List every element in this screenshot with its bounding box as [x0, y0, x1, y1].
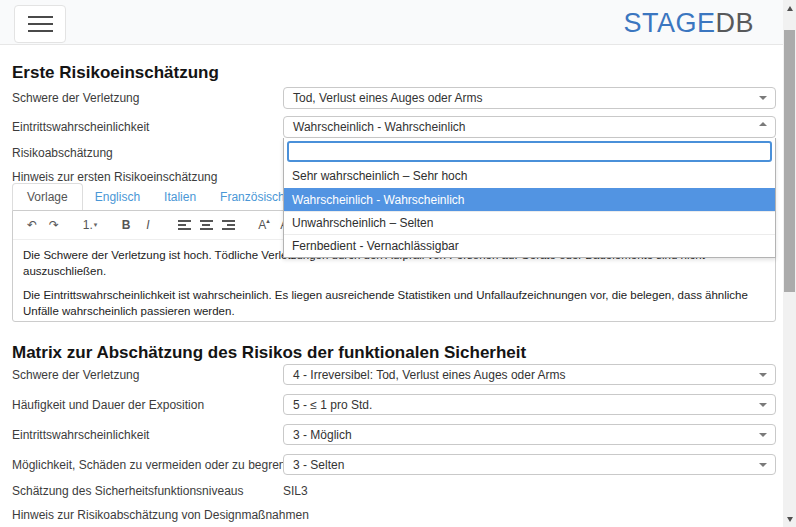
s2-severity-label: Schwere der Verletzung	[12, 368, 139, 382]
section2-note-label: Hinweis zur Risikoabschätzung von Design…	[12, 508, 309, 522]
probability-select-open[interactable]: Wahrscheinlich - Wahrscheinlich	[283, 116, 776, 138]
section1-title: Erste Risikoeinschätzung	[12, 63, 219, 83]
format-number-icon: 1.	[83, 218, 93, 232]
s2-exposure-value: 5 - ≤ 1 pro Std.	[293, 398, 372, 412]
font-size-increase-icon[interactable]: A▴	[253, 214, 275, 236]
s2-avoidance-select[interactable]: 3 - Selten	[283, 454, 776, 475]
s2-avoidance-value: 3 - Selten	[293, 458, 344, 472]
probability-select-value: Wahrscheinlich - Wahrscheinlich	[293, 120, 466, 134]
chevron-down-icon	[759, 373, 767, 377]
scrollbar-thumb[interactable]	[784, 30, 795, 292]
app-window: STAGEDB Erste Risikoeinschätzung Schwere…	[0, 0, 796, 527]
editor-paragraph: Die Eintrittswahrscheinlichkeit ist wahr…	[23, 288, 765, 319]
dropdown-option-selected[interactable]: Wahrscheinlich - Wahrscheinlich	[284, 188, 775, 211]
arrow-up-icon	[787, 6, 793, 11]
app-logo: STAGEDB	[623, 8, 754, 39]
top-navbar: STAGEDB	[0, 0, 796, 45]
dropdown-option[interactable]: Sehr wahrscheinlich – Sehr hoch	[284, 165, 775, 188]
severity-select[interactable]: Tod, Verlust eines Auges oder Arms	[283, 87, 776, 109]
dropdown-option[interactable]: Unwahrscheinlich – Selten	[284, 211, 775, 234]
s2-severity-value: 4 - Irreversibel: Tod, Verlust eines Aug…	[293, 368, 566, 382]
undo-icon[interactable]: ↶	[21, 214, 43, 236]
align-center-icon[interactable]	[195, 214, 217, 236]
chevron-up-icon	[759, 122, 767, 126]
section1-note-label: Hinweis zur ersten Risikoeinschätzung	[12, 170, 217, 184]
logo-db-text: DB	[715, 8, 754, 38]
dropdown-option[interactable]: Fernbedient - Vernachlässigbar	[284, 234, 775, 257]
scroll-down-button[interactable]	[783, 511, 796, 527]
bold-icon[interactable]: B	[115, 214, 137, 236]
tab-englisch[interactable]: Englisch	[83, 184, 152, 210]
format-list-style-button[interactable]: 1. ▾	[79, 214, 101, 236]
hamburger-icon	[28, 16, 53, 32]
s2-probability-label: Eintrittswahrscheinlichkeit	[12, 428, 149, 442]
s2-exposure-label: Häufigkeit und Dauer der Exposition	[12, 398, 204, 412]
italic-icon[interactable]: I	[137, 214, 159, 236]
tab-vorlage[interactable]: Vorlage	[12, 183, 83, 211]
chevron-down-icon	[759, 463, 767, 467]
chevron-down-icon	[759, 433, 767, 437]
sil-label: Schätzung des Sicherheitsfunktionsniveau…	[12, 484, 243, 498]
logo-stage-text: STAGE	[623, 8, 715, 38]
probability-label: Eintrittswahrscheinlichkeit	[12, 120, 149, 134]
vertical-scrollbar[interactable]	[783, 0, 796, 527]
redo-icon[interactable]: ↷	[43, 214, 65, 236]
scroll-up-button[interactable]	[783, 0, 796, 16]
s2-probability-select[interactable]: 3 - Möglich	[283, 424, 776, 445]
dropdown-search-input[interactable]	[287, 141, 772, 162]
s2-severity-select[interactable]: 4 - Irreversibel: Tod, Verlust eines Aug…	[283, 364, 776, 385]
severity-label: Schwere der Verletzung	[12, 91, 139, 105]
chevron-down-icon	[759, 96, 767, 100]
chevron-down-icon: ▾	[94, 221, 98, 229]
s2-exposure-select[interactable]: 5 - ≤ 1 pro Std.	[283, 394, 776, 415]
menu-button[interactable]	[14, 5, 66, 43]
severity-select-value: Tod, Verlust eines Auges oder Arms	[293, 91, 482, 105]
s2-avoidance-label: Möglichkeit, Schäden zu vermeiden oder z…	[12, 458, 305, 472]
tab-italien[interactable]: Italien	[152, 184, 208, 210]
arrow-down-icon	[787, 517, 793, 522]
align-left-icon[interactable]	[173, 214, 195, 236]
dropdown-search-wrap	[284, 138, 775, 165]
chevron-down-icon	[759, 403, 767, 407]
risk-estimate-label: Risikoabschätzung	[12, 146, 113, 160]
s2-probability-value: 3 - Möglich	[293, 428, 352, 442]
sil-value: SIL3	[283, 484, 308, 498]
probability-dropdown: Sehr wahrscheinlich – Sehr hoch Wahrsche…	[283, 138, 776, 258]
align-right-icon[interactable]	[217, 214, 239, 236]
section2-title: Matrix zur Abschätzung des Risikos der f…	[12, 343, 526, 363]
